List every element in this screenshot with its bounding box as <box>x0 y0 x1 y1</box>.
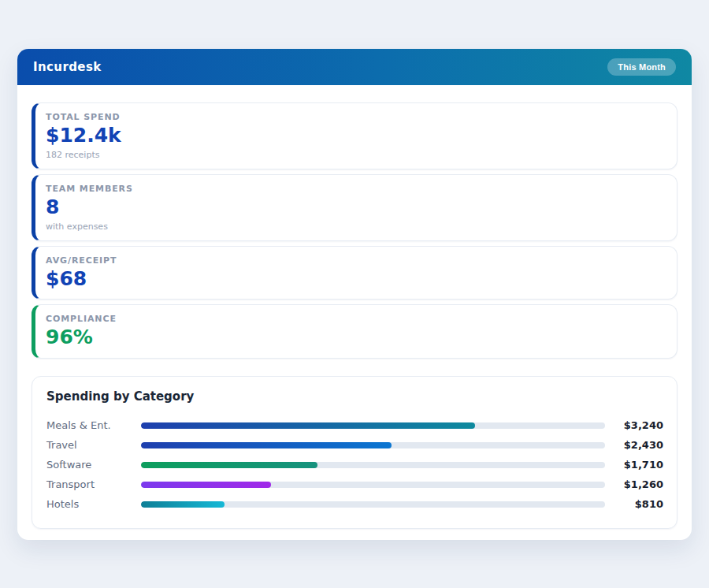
bar-fill <box>141 422 475 429</box>
stat-label: COMPLIANCE <box>46 314 664 324</box>
spending-chart-card: Spending by Category Meals & Ent. $3,240… <box>32 376 677 529</box>
bar-fill <box>141 462 317 468</box>
app-title: Incurdesk <box>33 60 102 74</box>
bar-track <box>141 422 605 429</box>
stat-card-total-spend: TOTAL SPEND $12.4k 182 receipts <box>32 102 677 169</box>
value-label: $1,710 <box>605 459 663 471</box>
bar-track <box>141 462 605 468</box>
stat-value: $12.4k <box>46 125 664 147</box>
category-label: Travel <box>46 439 141 451</box>
period-badge[interactable]: This Month <box>607 58 676 76</box>
stat-label: AVG/RECEIPT <box>46 255 664 266</box>
bar-fill <box>141 482 271 488</box>
bar-track <box>141 501 605 508</box>
value-label: $3,240 <box>605 419 663 431</box>
value-label: $2,430 <box>605 439 663 451</box>
stat-label: TOTAL SPEND <box>46 112 664 122</box>
value-label: $1,260 <box>605 478 663 490</box>
bar-fill <box>141 442 392 448</box>
chart-row: Software $1,710 <box>46 455 663 474</box>
stat-subtitle: with expenses <box>46 221 664 232</box>
content-area: TOTAL SPEND $12.4k 182 receipts TEAM MEM… <box>17 85 692 540</box>
stat-card-team-members: TEAM MEMBERS 8 with expenses <box>32 174 677 241</box>
stat-label: TEAM MEMBERS <box>46 184 664 194</box>
stat-value: 96% <box>46 326 664 349</box>
category-label: Hotels <box>46 498 141 510</box>
stat-card-compliance: COMPLIANCE 96% <box>32 304 677 359</box>
stat-card-avg-receipt: AVG/RECEIPT $68 <box>32 246 677 300</box>
stat-value: $68 <box>46 268 664 291</box>
stats-list: TOTAL SPEND $12.4k 182 receipts TEAM MEM… <box>32 102 677 359</box>
bar-track <box>141 482 605 488</box>
app-header: Incurdesk This Month <box>17 49 692 85</box>
stat-value: 8 <box>46 196 664 219</box>
bar-fill <box>141 501 225 508</box>
bar-track <box>141 442 605 448</box>
stat-subtitle: 182 receipts <box>46 150 664 160</box>
dashboard-panel: Incurdesk This Month TOTAL SPEND $12.4k … <box>17 49 692 540</box>
value-label: $810 <box>605 498 663 510</box>
category-label: Meals & Ent. <box>46 419 141 431</box>
chart-row: Hotels $810 <box>46 494 663 514</box>
chart-row: Meals & Ent. $3,240 <box>46 415 663 435</box>
chart-row: Travel $2,430 <box>46 435 663 455</box>
chart-title: Spending by Category <box>46 389 663 404</box>
chart-row: Transport $1,260 <box>46 474 663 494</box>
category-label: Transport <box>46 478 141 490</box>
category-label: Software <box>46 459 141 471</box>
